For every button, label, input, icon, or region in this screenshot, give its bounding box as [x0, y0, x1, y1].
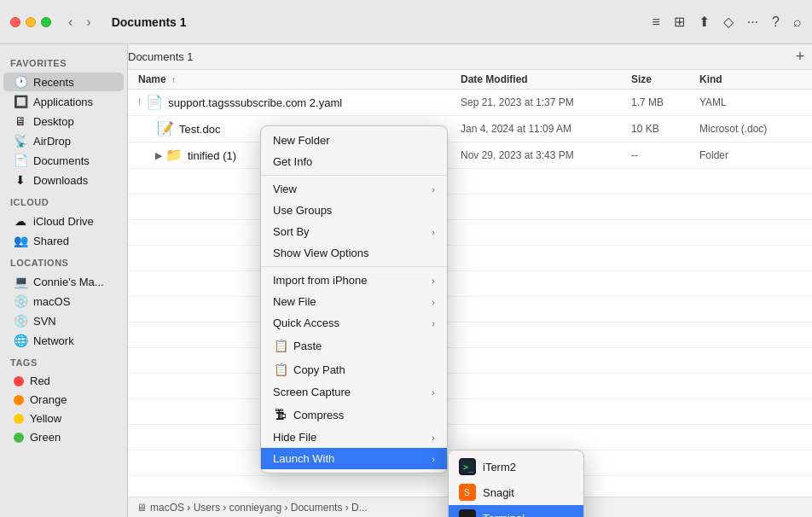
compress-icon: 🗜	[273, 407, 288, 422]
context-menu-item-quick-access[interactable]: Quick Access ›	[261, 312, 447, 334]
context-menu-item-use-groups[interactable]: Use Groups	[261, 200, 447, 221]
column-kind-header[interactable]: Kind	[699, 73, 802, 85]
table-row[interactable]	[128, 399, 812, 425]
menu-separator	[261, 175, 447, 176]
sidebar-item-desktop[interactable]: 🖥 Desktop	[3, 112, 124, 131]
sidebar-item-label: AirDrop	[33, 135, 71, 148]
add-tab-button[interactable]: +	[788, 45, 812, 69]
sidebar-item-label: Network	[33, 334, 74, 347]
tag-yellow-dot	[14, 414, 24, 424]
table-row[interactable]: ! 📄 support.tagsssubscribe.com 2.yaml Se…	[128, 90, 812, 116]
close-button[interactable]	[10, 17, 20, 27]
table-row[interactable]	[128, 195, 812, 220]
context-menu-item-hide-file[interactable]: Hide File ›	[261, 427, 447, 448]
sidebar-item-documents[interactable]: 📄 Documents	[3, 151, 124, 170]
shared-icon: 👥	[14, 234, 27, 247]
copy-path-icon: 📋	[273, 362, 288, 377]
submenu-arrow-icon: ›	[432, 433, 435, 443]
table-row[interactable]	[128, 374, 812, 399]
table-row[interactable]	[128, 271, 812, 297]
context-menu-item-sort-by[interactable]: Sort By ›	[261, 221, 447, 242]
maximize-button[interactable]	[41, 17, 51, 27]
context-menu-item-get-info[interactable]: Get Info	[261, 151, 447, 172]
submenu-item-label: Snagit	[483, 486, 514, 499]
file-date: Jan 4, 2024 at 11:09 AM	[461, 123, 631, 135]
submenu-arrow-icon: ›	[432, 318, 435, 328]
back-button[interactable]: ‹	[65, 13, 76, 32]
context-menu-item-paste[interactable]: 📋 Paste	[261, 334, 447, 357]
sidebar-item-connies-mac[interactable]: 💻 Connie's Ma...	[3, 272, 124, 291]
minimize-button[interactable]	[26, 17, 36, 27]
table-row[interactable]: ▶ 📁 tinified (1) Nov 29, 2023 at 3:43 PM…	[128, 142, 812, 169]
sidebar-item-label: Connie's Ma...	[33, 276, 104, 288]
context-menu-item-new-file[interactable]: New File ›	[261, 291, 447, 312]
grid-view-icon[interactable]: ⊞	[674, 14, 685, 30]
more-icon[interactable]: ···	[747, 15, 758, 30]
list-view-icon[interactable]: ≡	[652, 15, 659, 30]
sidebar-item-tag-green[interactable]: Green	[3, 428, 124, 446]
sidebar-item-network[interactable]: 🌐 Network	[3, 331, 124, 350]
table-row[interactable]	[128, 425, 812, 450]
sidebar-item-applications[interactable]: 🔲 Applications	[3, 92, 124, 111]
documents-icon: 📄	[14, 154, 27, 167]
sidebar-item-svn[interactable]: 💿 SVN	[3, 311, 124, 330]
context-menu-item-screen-capture[interactable]: Screen Capture ›	[261, 381, 447, 403]
table-row[interactable]: 📝 Test.doc Jan 4, 2024 at 11:09 AM 10 KB…	[128, 116, 812, 142]
sidebar-item-macos[interactable]: 💿 macOS	[3, 292, 124, 311]
sidebar-item-tag-orange[interactable]: Orange	[3, 391, 124, 409]
file-kind: Microsot (.doc)	[699, 123, 802, 135]
file-icon: 📝	[157, 120, 174, 137]
snagit-icon: S	[459, 484, 476, 501]
context-menu-item-show-view-options[interactable]: Show View Options	[261, 242, 447, 264]
sidebar-item-icloud-drive[interactable]: ☁ iCloud Drive	[3, 212, 124, 230]
column-size-header[interactable]: Size	[631, 73, 699, 85]
sidebar-item-recents[interactable]: 🕐 Recents	[3, 73, 124, 91]
context-menu-item-launch-with[interactable]: Launch With ›	[261, 448, 447, 469]
table-row[interactable]	[128, 220, 812, 246]
sidebar-item-label: Red	[30, 375, 50, 387]
submenu-item-snagit[interactable]: S Snagit	[449, 479, 583, 505]
context-menu-item-import-from-iphone[interactable]: Import from iPhone ›	[261, 270, 447, 291]
file-date: Nov 29, 2023 at 3:43 PM	[461, 149, 631, 161]
sidebar-item-airdrop[interactable]: 📡 AirDrop	[3, 131, 124, 150]
table-row[interactable]	[128, 322, 812, 348]
help-icon[interactable]: ?	[772, 15, 780, 30]
desktop-icon: 🖥	[14, 114, 27, 128]
sidebar-item-shared[interactable]: 👥 Shared	[3, 231, 124, 250]
context-menu-item-new-folder[interactable]: New Folder	[261, 130, 447, 151]
sidebar-item-label: Recents	[33, 76, 74, 89]
table-row[interactable]	[128, 297, 812, 322]
context-menu-item-view[interactable]: View ›	[261, 178, 447, 200]
svg-text:>_: >_	[463, 462, 474, 473]
submenu-arrow-icon: ›	[432, 184, 435, 195]
tag-icon[interactable]: ◇	[723, 14, 734, 30]
share-icon[interactable]: ⬆	[699, 14, 710, 30]
column-name-header[interactable]: Name ↑	[138, 73, 461, 85]
launch-with-submenu: >_ iTerm2 S Snagit ▶ Terminal	[448, 450, 584, 517]
sidebar-item-downloads[interactable]: ⬇ Downloads	[3, 171, 124, 189]
svg-text:S: S	[464, 488, 470, 497]
sidebar-item-tag-yellow[interactable]: Yellow	[3, 410, 124, 427]
disk-icon: 💿	[14, 294, 27, 308]
expand-arrow-icon[interactable]: ▶	[155, 150, 162, 161]
table-row[interactable]	[128, 348, 812, 374]
column-date-header[interactable]: Date Modified	[461, 73, 631, 85]
sidebar-item-label: Documents	[33, 154, 90, 167]
submenu-item-terminal[interactable]: ▶ Terminal	[449, 505, 583, 517]
search-icon[interactable]: ⌕	[793, 15, 802, 30]
table-row[interactable]	[128, 246, 812, 271]
context-menu-item-compress[interactable]: 🗜 Compress	[261, 403, 447, 427]
network-icon: 🌐	[14, 334, 27, 347]
file-table: ! 📄 support.tagsssubscribe.com 2.yaml Se…	[128, 90, 812, 497]
sidebar-item-label: Applications	[33, 96, 93, 108]
sidebar-item-tag-red[interactable]: Red	[3, 372, 124, 390]
terminal-icon: ▶	[459, 509, 476, 517]
toolbar: ≡ ⊞ ⬆ ◇ ··· ? ⌕	[652, 14, 802, 30]
table-row[interactable]	[128, 169, 812, 195]
submenu-item-iterm2[interactable]: >_ iTerm2	[449, 454, 583, 479]
context-menu-item-copy-path[interactable]: 📋 Copy Path	[261, 357, 447, 381]
tag-green-dot	[14, 433, 24, 443]
forward-button[interactable]: ›	[83, 13, 94, 32]
submenu-arrow-icon: ›	[432, 227, 435, 237]
submenu-arrow-icon: ›	[432, 297, 435, 307]
